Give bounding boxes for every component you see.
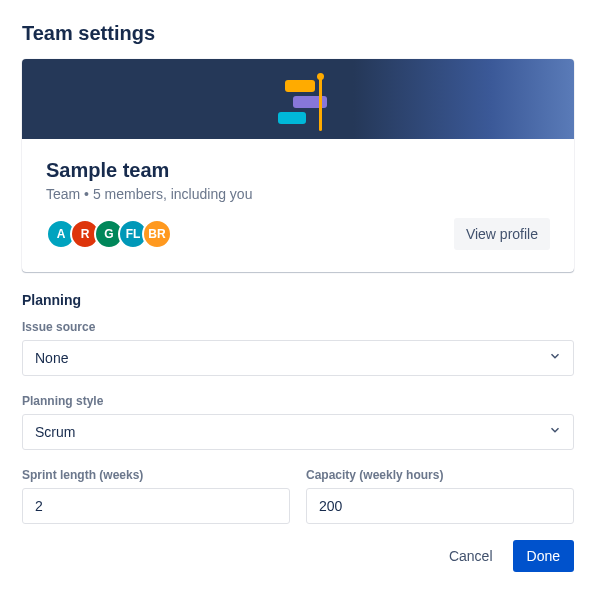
- sprint-length-input[interactable]: [22, 488, 290, 524]
- cancel-button[interactable]: Cancel: [437, 540, 505, 572]
- planning-style-select[interactable]: Scrum: [22, 414, 574, 450]
- capacity-label: Capacity (weekly hours): [306, 468, 574, 482]
- capacity-input[interactable]: [306, 488, 574, 524]
- planning-style-label: Planning style: [22, 394, 574, 408]
- avatar: BR: [142, 219, 172, 249]
- team-name: Sample team: [46, 159, 550, 182]
- issue-source-select[interactable]: None: [22, 340, 574, 376]
- sprint-length-label: Sprint length (weeks): [22, 468, 290, 482]
- planning-section-title: Planning: [22, 292, 574, 308]
- team-meta: Team • 5 members, including you: [46, 186, 550, 202]
- avatar-group: A R G FL BR: [46, 219, 172, 249]
- team-card: Sample team Team • 5 members, including …: [22, 59, 574, 272]
- page-title: Team settings: [22, 22, 574, 45]
- done-button[interactable]: Done: [513, 540, 574, 572]
- team-banner: [22, 59, 574, 139]
- team-banner-icon: [268, 69, 328, 129]
- view-profile-button[interactable]: View profile: [454, 218, 550, 250]
- issue-source-label: Issue source: [22, 320, 574, 334]
